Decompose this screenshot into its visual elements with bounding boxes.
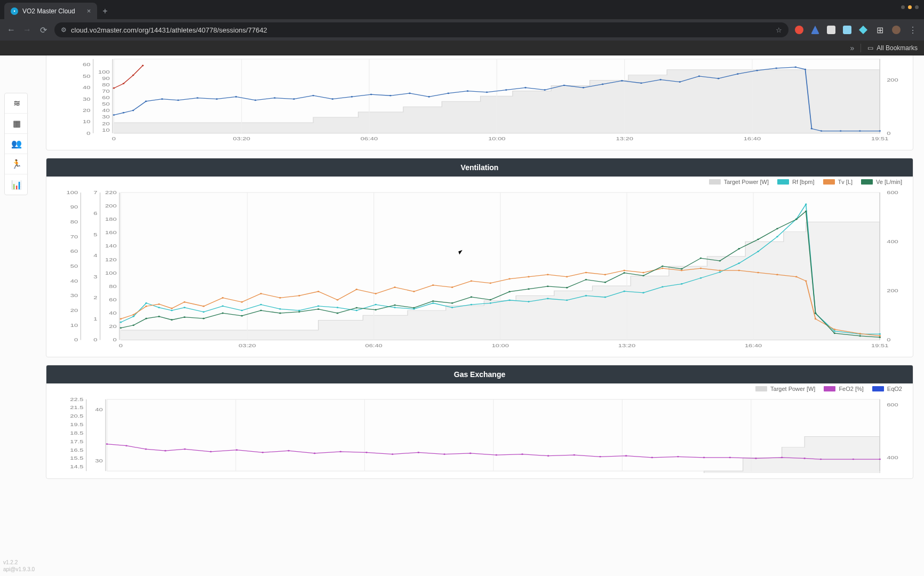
svg-point-254	[642, 275, 644, 276]
svg-point-83	[859, 130, 861, 132]
svg-point-193	[298, 295, 300, 297]
svg-text:0: 0	[112, 136, 116, 141]
svg-point-217	[757, 272, 759, 274]
svg-point-226	[132, 324, 134, 326]
panel-title: Ventilation	[46, 158, 913, 177]
plot-ventilation[interactable]: 003:2006:4010:0013:2016:4019:51020406080…	[46, 186, 913, 357]
svg-point-214	[700, 268, 702, 269]
sidebar-grid-button[interactable]: ▦	[5, 114, 28, 134]
svg-point-55	[351, 96, 353, 98]
legend-item[interactable]: Target Power [W]	[709, 179, 769, 185]
svg-text:0: 0	[86, 130, 90, 135]
sidebar-runner-button[interactable]: 🏃	[5, 154, 28, 174]
legend-item[interactable]: Ve [L/min]	[861, 179, 902, 185]
svg-text:40: 40	[83, 85, 90, 90]
extension-icon[interactable]	[795, 26, 803, 34]
svg-point-189	[222, 297, 224, 299]
svg-text:600: 600	[887, 189, 898, 195]
back-button[interactable]: ←	[6, 25, 16, 35]
legend-swatch-icon	[823, 179, 835, 185]
extension-icon[interactable]	[859, 26, 867, 34]
svg-point-249	[547, 285, 549, 287]
reload-button[interactable]: ⟳	[38, 25, 48, 35]
address-bar[interactable]: ⚙ cloud.vo2master.com/org/14431/athletes…	[54, 22, 788, 37]
window-controls[interactable]	[901, 5, 919, 9]
svg-point-46	[177, 99, 179, 101]
star-icon[interactable]: ☆	[776, 26, 782, 34]
svg-text:180: 180	[105, 217, 117, 222]
group-icon: 👥	[11, 139, 22, 149]
svg-point-197	[375, 293, 377, 294]
bookmarks-overflow-icon[interactable]: »	[850, 44, 855, 52]
left-sidebar: ≋ ▦ 👥 🏃 📊	[4, 93, 28, 195]
legend-item[interactable]: Target Power [W]	[755, 386, 815, 392]
extension-icon[interactable]	[827, 26, 835, 34]
svg-text:10:00: 10:00	[492, 343, 509, 348]
svg-point-224	[879, 335, 881, 337]
panel-ventilation: Ventilation Target Power [W]Rf [bpm]Tv […	[46, 158, 913, 357]
svg-point-208	[585, 272, 587, 274]
plot-top[interactable]: 003:2006:4010:0013:2016:4019:51102030405…	[46, 55, 913, 150]
plot-gas-exchange[interactable]: 003:2006:4010:0013:2016:4019:51304014.51…	[46, 393, 913, 478]
svg-point-48	[216, 98, 218, 100]
svg-point-263	[805, 211, 807, 212]
browser-menu-button[interactable]: ⋮	[908, 25, 918, 35]
svg-point-141	[145, 302, 147, 304]
svg-text:19:51: 19:51	[871, 136, 888, 141]
svg-point-210	[623, 270, 625, 271]
svg-point-256	[681, 268, 683, 270]
svg-point-314	[469, 453, 472, 454]
svg-point-161	[508, 299, 511, 301]
legend-item[interactable]: FeO2 [%]	[824, 386, 863, 392]
svg-point-315	[496, 454, 498, 456]
sidebar-chart-button[interactable]: 📊	[5, 174, 28, 195]
svg-point-43	[132, 110, 134, 111]
sidebar-layers-button[interactable]: ≋	[5, 93, 28, 114]
sidebar-group-button[interactable]: 👥	[5, 134, 28, 154]
svg-point-164	[566, 299, 568, 301]
browser-tab[interactable]: • VO2 Master Cloud ×	[4, 3, 97, 19]
svg-text:140: 140	[105, 243, 117, 249]
all-bookmarks-button[interactable]: ▭ All Bookmarks	[867, 44, 918, 52]
profile-avatar[interactable]	[892, 26, 901, 34]
svg-point-144	[184, 307, 186, 308]
svg-point-169	[662, 286, 664, 287]
svg-text:80: 80	[109, 283, 116, 289]
forward-button[interactable]: →	[22, 25, 32, 35]
svg-point-186	[171, 308, 173, 309]
all-bookmarks-label: All Bookmarks	[877, 44, 918, 52]
svg-point-152	[337, 307, 339, 308]
legend-item[interactable]: Tv [L]	[823, 179, 853, 185]
legend-item[interactable]: EqO2	[872, 386, 902, 392]
svg-text:60: 60	[102, 95, 109, 100]
svg-text:18.5: 18.5	[70, 430, 83, 435]
svg-point-68	[602, 84, 604, 85]
svg-text:16.5: 16.5	[70, 447, 83, 452]
svg-text:40: 40	[109, 310, 116, 316]
site-settings-icon[interactable]: ⚙	[61, 26, 67, 34]
svg-point-142	[158, 307, 160, 308]
svg-point-67	[583, 87, 585, 89]
svg-text:0: 0	[119, 343, 123, 348]
svg-text:100: 100	[105, 270, 117, 275]
svg-point-211	[642, 272, 644, 274]
svg-point-260	[757, 239, 759, 241]
svg-point-162	[528, 301, 530, 302]
svg-text:90: 90	[102, 76, 109, 81]
chart-svg: 003:2006:4010:0013:2016:4019:51304014.51…	[52, 396, 907, 473]
svg-text:80: 80	[70, 219, 78, 225]
extension-icon[interactable]	[843, 26, 851, 34]
svg-point-148	[260, 304, 262, 306]
new-tab-button[interactable]: +	[97, 3, 113, 19]
legend-swatch-icon	[872, 386, 884, 391]
svg-point-157	[432, 302, 434, 304]
svg-point-228	[158, 316, 160, 317]
svg-text:50: 50	[70, 263, 78, 269]
tab-close-icon[interactable]: ×	[87, 7, 91, 15]
svg-text:0: 0	[113, 337, 116, 342]
legend-item[interactable]: Rf [bpm]	[777, 179, 815, 185]
extensions-button[interactable]: ⊞	[875, 25, 885, 35]
svg-text:19:51: 19:51	[871, 343, 888, 348]
svg-point-301	[145, 449, 147, 450]
extension-icon[interactable]	[811, 26, 819, 34]
